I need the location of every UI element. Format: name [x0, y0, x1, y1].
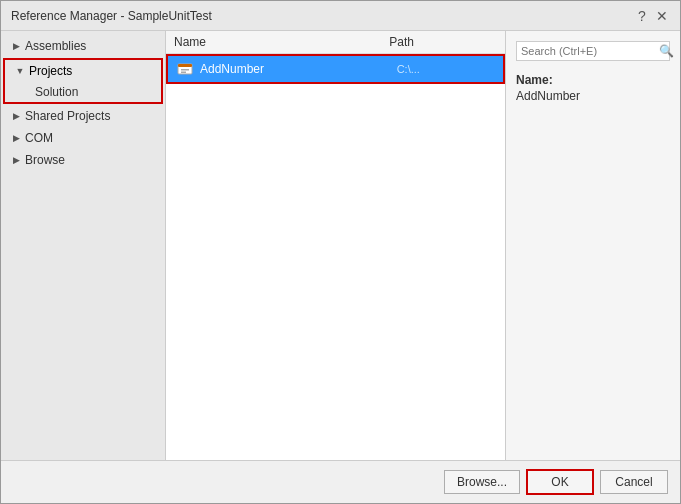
row-path: C:\...	[397, 63, 495, 75]
expand-arrow-browse: ▶	[9, 153, 23, 167]
sidebar-label-browse: Browse	[25, 153, 65, 167]
sidebar-label-shared: Shared Projects	[25, 109, 110, 123]
sidebar-label-projects: Projects	[29, 64, 72, 78]
sidebar-item-browse[interactable]: ▶ Browse	[1, 149, 165, 171]
title-bar: Reference Manager - SampleUnitTest ? ✕	[1, 1, 680, 31]
sidebar: ▶ Assemblies ▼ Projects Solution ▶ Share…	[1, 31, 166, 460]
main-content: ▶ Assemblies ▼ Projects Solution ▶ Share…	[1, 31, 680, 460]
svg-rect-2	[181, 69, 189, 71]
sidebar-item-assemblies[interactable]: ▶ Assemblies	[1, 35, 165, 57]
close-button[interactable]: ✕	[654, 8, 670, 24]
col-header-path: Path	[389, 35, 497, 49]
sidebar-label-com: COM	[25, 131, 53, 145]
sidebar-label-assemblies: Assemblies	[25, 39, 86, 53]
expand-arrow-assemblies: ▶	[9, 39, 23, 53]
search-box[interactable]: 🔍	[516, 41, 670, 61]
sidebar-item-com[interactable]: ▶ COM	[1, 127, 165, 149]
table-body: AddNumber C:\...	[166, 54, 505, 460]
browse-button[interactable]: Browse...	[444, 470, 520, 494]
dialog-title: Reference Manager - SampleUnitTest	[11, 9, 212, 23]
expand-arrow-com: ▶	[9, 131, 23, 145]
row-icon	[176, 60, 194, 78]
detail-name-label: Name:	[516, 73, 670, 87]
cancel-button[interactable]: Cancel	[600, 470, 668, 494]
sidebar-label-solution: Solution	[35, 85, 78, 99]
table-row[interactable]: AddNumber C:\...	[166, 54, 505, 84]
sidebar-item-shared-projects[interactable]: ▶ Shared Projects	[1, 105, 165, 127]
expand-arrow-shared: ▶	[9, 109, 23, 123]
bottom-bar: Browse... OK Cancel	[1, 460, 680, 503]
sidebar-item-projects[interactable]: ▼ Projects	[5, 60, 161, 82]
center-area: Name Path AddNumber C:\...	[166, 31, 505, 460]
svg-rect-1	[178, 64, 192, 67]
title-bar-controls: ? ✕	[634, 8, 670, 24]
reference-manager-dialog: Reference Manager - SampleUnitTest ? ✕ ▶…	[0, 0, 681, 504]
ok-button[interactable]: OK	[526, 469, 594, 495]
right-panel: 🔍 Name: AddNumber	[505, 31, 680, 460]
expand-arrow-projects: ▼	[13, 64, 27, 78]
row-name: AddNumber	[200, 62, 397, 76]
table-header: Name Path	[166, 31, 505, 54]
sidebar-item-solution[interactable]: Solution	[5, 82, 161, 102]
search-button[interactable]: 🔍	[659, 44, 674, 58]
help-button[interactable]: ?	[634, 8, 650, 24]
svg-rect-3	[181, 72, 186, 74]
projects-group: ▼ Projects Solution	[3, 58, 163, 104]
search-input[interactable]	[521, 45, 659, 57]
col-header-name: Name	[174, 35, 389, 49]
detail-name-value: AddNumber	[516, 89, 670, 103]
